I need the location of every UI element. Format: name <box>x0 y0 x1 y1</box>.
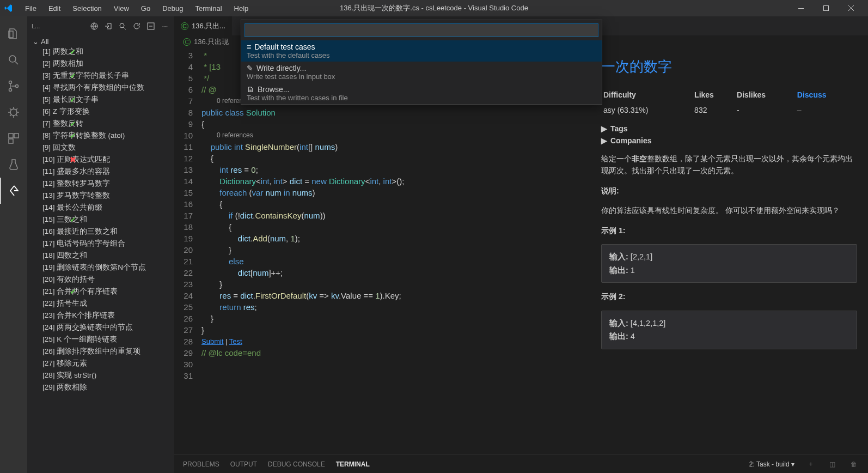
problem-item-label: [24] 两两交换链表中的节点 <box>42 323 133 332</box>
problem-item[interactable]: [17] 电话号码的字母组合 <box>27 238 174 250</box>
menu-debug[interactable]: Debug <box>157 2 188 15</box>
problem-item[interactable]: ✔[21] 合并两个有序链表 <box>27 286 174 298</box>
maximize-button[interactable] <box>814 0 839 16</box>
quick-input-item-write[interactable]: ✎Write directly... Write test cases in i… <box>241 62 602 83</box>
menu-view[interactable]: View <box>108 2 135 15</box>
problem-item[interactable]: [28] 实现 strStr() <box>27 369 174 381</box>
menu-edit[interactable]: Edit <box>43 2 66 15</box>
td-difficulty: asy (63.31%) <box>602 102 692 118</box>
globe-icon[interactable] <box>89 21 99 31</box>
menu-selection[interactable]: Selection <box>67 2 107 15</box>
debug-tab[interactable] <box>0 99 27 125</box>
tags-toggle[interactable]: ▶Tags <box>601 124 857 133</box>
problem-title: 一次的数字 <box>601 57 857 76</box>
signin-icon[interactable] <box>103 21 113 31</box>
close-button[interactable] <box>839 0 864 16</box>
tree-root-all[interactable]: ⌄ All <box>27 38 174 46</box>
panel-tab-output[interactable]: OUTPUT <box>230 460 257 468</box>
test-link[interactable]: Test <box>229 337 242 345</box>
bottom-panel: PROBLEMS OUTPUT DEBUG CONSOLE TERMINAL 2… <box>174 454 868 473</box>
menu-file[interactable]: File <box>20 2 42 15</box>
testing-tab[interactable] <box>0 151 27 178</box>
chevron-right-icon: ▶ <box>601 136 607 145</box>
split-terminal-icon[interactable]: ◫ <box>827 460 838 468</box>
kill-terminal-icon[interactable]: 🗑 <box>848 460 859 468</box>
problem-item-label: [1] 两数之和 <box>42 47 83 57</box>
problem-item[interactable]: ✔[1] 两数之和 <box>27 46 174 58</box>
problem-item[interactable]: [19] 删除链表的倒数第N个节点 <box>27 262 174 274</box>
codelens-references[interactable]: 0 references <box>201 130 404 141</box>
code-editor[interactable]: 3456789101112131415161718192021222324252… <box>174 48 590 454</box>
problem-item-label: [9] 回文数 <box>42 143 76 153</box>
explorer-tab[interactable] <box>0 21 27 47</box>
status-check-icon: ✔ <box>70 119 76 128</box>
problem-item[interactable]: ✖[10] 正则表达式匹配 <box>27 154 174 166</box>
problem-item[interactable]: [27] 移除元素 <box>27 357 174 369</box>
problem-item[interactable]: ✔[7] 整数反转 <box>27 118 174 130</box>
collapse-icon[interactable] <box>146 21 156 31</box>
problem-item-label: [26] 删除排序数组中的重复项 <box>42 347 140 356</box>
terminal-selector[interactable]: 2: Task - build ▾ <box>749 460 794 468</box>
source-control-tab[interactable] <box>0 73 27 99</box>
editor-tab[interactable]: C 136.只出... <box>174 16 232 35</box>
submit-link[interactable]: Submit <box>201 337 223 345</box>
quick-input-field[interactable] <box>244 23 598 37</box>
more-icon[interactable]: ··· <box>160 21 170 31</box>
status-check-icon: ✔ <box>70 131 76 140</box>
problem-item[interactable]: [11] 盛最多水的容器 <box>27 166 174 178</box>
search-tab[interactable] <box>0 47 27 73</box>
problem-item[interactable]: ✔[3] 无重复字符的最长子串 <box>27 70 174 82</box>
problem-item[interactable]: [4] 寻找两个有序数组的中位数 <box>27 82 174 94</box>
example1-heading: 示例 1: <box>601 225 857 237</box>
th-discuss[interactable]: Discuss <box>796 88 856 101</box>
panel-tab-terminal[interactable]: TERMINAL <box>336 460 370 468</box>
problem-item[interactable]: ✔[8] 字符串转换整数 (atoi) <box>27 130 174 142</box>
menu-terminal[interactable]: Terminal <box>190 2 227 15</box>
problem-item[interactable]: [29] 两数相除 <box>27 381 174 393</box>
new-terminal-icon[interactable]: ＋ <box>805 459 816 469</box>
panel-tab-problems[interactable]: PROBLEMS <box>183 460 219 468</box>
note-heading: 说明: <box>601 185 857 197</box>
problem-item[interactable]: [2] 两数相加 <box>27 58 174 70</box>
problem-item[interactable]: [12] 整数转罗马数字 <box>27 178 174 190</box>
leetcode-tab[interactable] <box>0 178 27 204</box>
minimize-button[interactable] <box>788 0 814 16</box>
problem-item[interactable]: [14] 最长公共前缀 <box>27 202 174 214</box>
problem-statement: 给定一个非空整数数组，除了某个元素只出现一次以外，其余每个元素均出现两次。找出那… <box>601 153 857 177</box>
panel-tab-debug-console[interactable]: DEBUG CONSOLE <box>268 460 325 468</box>
problem-item[interactable]: [16] 最接近的三数之和 <box>27 226 174 238</box>
search-icon[interactable] <box>118 21 127 31</box>
breadcrumb-label: 136.只出现 <box>194 37 229 47</box>
example2-heading: 示例 2: <box>601 290 857 302</box>
problem-item[interactable]: [18] 四数之和 <box>27 250 174 262</box>
problem-item[interactable]: [25] K 个一组翻转链表 <box>27 333 174 345</box>
problem-item-label: [3] 无重复字符的最长子串 <box>42 71 129 81</box>
problem-item[interactable]: [6] Z 字形变换 <box>27 106 174 118</box>
csharp-file-icon: C <box>183 38 191 46</box>
problem-item-label: [18] 四数之和 <box>42 251 87 260</box>
problem-description: 一次的数字 Difficulty Likes Dislikes Discuss … <box>590 48 868 454</box>
problem-item[interactable]: [22] 括号生成 <box>27 298 174 310</box>
list-icon: ≡ <box>247 43 251 51</box>
extensions-tab[interactable] <box>0 125 27 151</box>
problem-item[interactable]: [26] 删除排序数组中的重复项 <box>27 345 174 357</box>
menu-help[interactable]: Help <box>229 2 254 15</box>
th-dislikes: Dislikes <box>736 88 795 101</box>
code-content[interactable]: * * [13 */ // @ 0 references public clas… <box>201 48 404 454</box>
menu-bar: File Edit Selection View Go Debug Termin… <box>20 2 254 15</box>
problem-item[interactable]: [9] 回文数 <box>27 142 174 154</box>
problem-item[interactable]: [24] 两两交换链表中的节点 <box>27 322 174 333</box>
companies-toggle[interactable]: ▶Companies <box>601 136 857 145</box>
problem-item[interactable]: ✔[15] 三数之和 <box>27 214 174 226</box>
quick-input-item-default[interactable]: ≡Default test cases Test with the defaul… <box>241 40 602 62</box>
problem-tree: ⌄ All ✔[1] 两数之和[2] 两数相加✔[3] 无重复字符的最长子串[4… <box>27 35 174 473</box>
problem-item[interactable]: ✔[5] 最长回文子串 <box>27 94 174 106</box>
problem-item[interactable]: [23] 合并K个排序链表 <box>27 310 174 322</box>
problem-item[interactable]: [20] 有效的括号 <box>27 274 174 286</box>
menu-go[interactable]: Go <box>136 2 156 15</box>
problem-item-label: [19] 删除链表的倒数第N个节点 <box>42 263 146 272</box>
refresh-icon[interactable] <box>132 21 142 31</box>
problem-item-label: [8] 字符串转换整数 (atoi) <box>42 131 125 141</box>
problem-item[interactable]: [13] 罗马数字转整数 <box>27 190 174 202</box>
quick-input-item-browse[interactable]: 🗎Browse... Test with the written cases i… <box>241 83 602 104</box>
